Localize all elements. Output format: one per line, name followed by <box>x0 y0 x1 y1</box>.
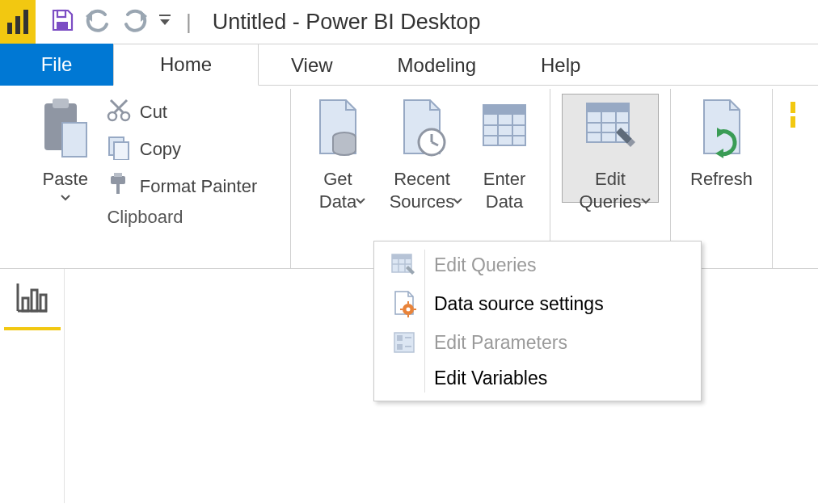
chevron-down-icon <box>61 191 70 197</box>
edit-queries-icon <box>582 97 639 163</box>
undo-icon[interactable] <box>84 8 112 36</box>
qat-dropdown-icon[interactable] <box>158 13 171 31</box>
copy-icon <box>106 134 132 165</box>
svg-rect-17 <box>116 184 120 194</box>
recent-sources-icon <box>396 97 448 163</box>
partial-icon <box>789 100 805 144</box>
menu-edit-variables-label: Edit Variables <box>434 368 547 389</box>
report-view-button[interactable] <box>4 269 61 330</box>
recent-sources-button[interactable]: Recent Sources <box>373 94 470 203</box>
window-title: Untitled - Power BI Desktop <box>213 10 481 35</box>
edit-queries-icon <box>389 253 420 277</box>
svg-rect-29 <box>587 103 629 112</box>
paste-label: Paste <box>43 168 88 191</box>
edit-queries-button[interactable]: Edit Queries <box>562 94 659 203</box>
svg-point-47 <box>407 308 411 312</box>
menu-edit-variables[interactable]: Edit Variables <box>374 361 701 396</box>
svg-rect-15 <box>111 176 125 184</box>
svg-rect-2 <box>23 10 28 34</box>
format-painter-icon <box>106 171 132 202</box>
menu-data-source-settings[interactable]: Data source settings <box>374 284 701 324</box>
tab-home[interactable]: Home <box>113 44 259 86</box>
menu-edit-parameters: Edit Parameters <box>374 324 701 361</box>
tab-view[interactable]: View <box>259 44 365 86</box>
tab-file[interactable]: File <box>0 44 113 86</box>
svg-rect-8 <box>62 123 86 157</box>
refresh-button[interactable]: Refresh <box>682 94 761 194</box>
enter-data-button[interactable]: Enter Data <box>470 94 538 216</box>
svg-rect-0 <box>7 23 12 34</box>
redo-icon[interactable] <box>121 8 149 36</box>
tab-spacer <box>613 44 818 86</box>
svg-rect-5 <box>159 15 171 16</box>
save-icon[interactable] <box>50 8 74 36</box>
chevron-down-icon <box>453 193 462 200</box>
data-source-settings-icon <box>389 290 420 317</box>
svg-rect-40 <box>40 295 46 311</box>
svg-rect-16 <box>114 173 122 177</box>
paste-button[interactable]: Paste <box>33 94 98 200</box>
svg-rect-3 <box>57 10 65 17</box>
copy-button[interactable]: Copy <box>106 134 258 165</box>
chevron-down-icon <box>356 193 365 200</box>
menu-separator <box>424 250 425 393</box>
group-clipboard: Paste Cut <box>0 89 291 268</box>
format-painter-label: Format Painter <box>140 176 258 197</box>
cut-label: Cut <box>140 102 167 123</box>
cut-button[interactable]: Cut <box>106 97 258 128</box>
enter-data-icon <box>479 97 530 163</box>
edit-parameters-icon <box>389 330 420 355</box>
svg-rect-38 <box>23 298 28 311</box>
svg-rect-23 <box>483 105 525 115</box>
svg-rect-4 <box>57 22 68 30</box>
svg-rect-35 <box>791 116 795 128</box>
ribbon-tabs: File Home View Modeling Help <box>0 44 818 86</box>
clipboard-group-label: Clipboard <box>107 207 183 228</box>
view-switcher <box>0 269 65 503</box>
edit-queries-menu: Edit Queries Data source settings <box>373 241 702 401</box>
svg-rect-7 <box>53 99 69 108</box>
app-icon <box>0 0 36 44</box>
refresh-label: Refresh <box>690 168 753 191</box>
chevron-down-icon <box>641 193 651 200</box>
copy-label: Copy <box>140 139 181 160</box>
paste-icon <box>41 97 90 163</box>
svg-rect-1 <box>15 16 20 34</box>
tab-help[interactable]: Help <box>508 44 613 86</box>
svg-rect-42 <box>392 254 411 259</box>
qat-separator: | <box>186 10 192 35</box>
format-painter-button[interactable]: Format Painter <box>106 171 258 202</box>
menu-edit-parameters-label: Edit Parameters <box>434 332 567 354</box>
tab-modeling[interactable]: Modeling <box>365 44 508 86</box>
get-data-button[interactable]: Get Data <box>302 94 373 203</box>
svg-rect-34 <box>791 102 795 113</box>
quick-access-toolbar: | Untitled - Power BI Desktop <box>50 8 480 36</box>
menu-edit-queries: Edit Queries <box>374 246 701 284</box>
svg-rect-53 <box>397 335 403 341</box>
enter-data-label: Enter Data <box>483 168 526 212</box>
svg-rect-54 <box>397 344 403 350</box>
svg-rect-39 <box>32 290 37 311</box>
svg-rect-14 <box>114 142 129 160</box>
get-data-label: Get Data <box>319 168 356 212</box>
refresh-icon <box>696 97 748 163</box>
get-data-icon <box>312 97 364 163</box>
menu-edit-queries-label: Edit Queries <box>434 254 537 276</box>
cut-icon <box>106 97 132 128</box>
title-bar: | Untitled - Power BI Desktop <box>0 0 818 44</box>
menu-data-source-settings-label: Data source settings <box>434 293 604 315</box>
edit-queries-label: Edit Queries <box>579 168 641 212</box>
group-extra <box>773 89 818 268</box>
recent-sources-label: Recent Sources <box>390 168 455 212</box>
